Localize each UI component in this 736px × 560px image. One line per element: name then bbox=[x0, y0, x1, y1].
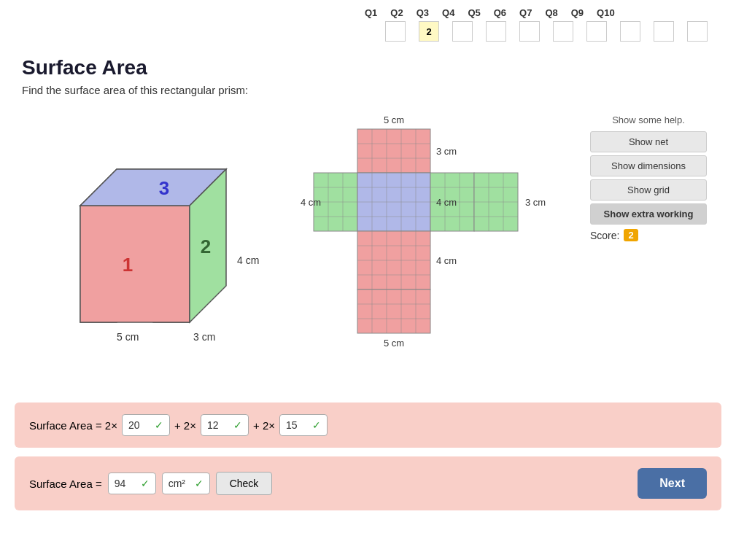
nav-q3[interactable]: Q3 bbox=[417, 7, 429, 18]
nav-q6[interactable]: Q6 bbox=[494, 7, 506, 18]
face-label-2: 2 bbox=[201, 236, 211, 257]
net-right-top-label: 3 cm bbox=[436, 146, 457, 157]
q10-box bbox=[687, 21, 708, 42]
q6-box bbox=[553, 21, 573, 42]
score-label: Score: bbox=[590, 230, 619, 241]
show-net-button[interactable]: Show net bbox=[590, 131, 707, 152]
nav-q1[interactable]: Q1 bbox=[365, 7, 377, 18]
q1-box bbox=[385, 21, 406, 42]
nav-q5[interactable]: Q5 bbox=[468, 7, 480, 18]
dim-height: 4 cm bbox=[237, 254, 259, 266]
score-line: Score: 2 bbox=[590, 229, 707, 241]
page-subtitle: Find the surface area of this rectangula… bbox=[22, 84, 714, 96]
nav-q10[interactable]: Q10 bbox=[597, 7, 615, 18]
net-left-label: 4 cm bbox=[301, 197, 321, 208]
formula2-unit: cm² bbox=[168, 478, 190, 489]
formula1-plus2: + 2× bbox=[253, 419, 275, 432]
nav-q9[interactable]: Q9 bbox=[571, 7, 584, 18]
main-content: 3 1 2 4 cm 5 cm 3 cm bbox=[0, 96, 736, 402]
formula2-inner: Surface Area = 94 ✓ cm² ✓ Check bbox=[29, 472, 632, 495]
check-button[interactable]: Check bbox=[216, 472, 273, 495]
show-dimensions-button[interactable]: Show dimensions bbox=[590, 155, 707, 176]
net-top-label: 5 cm bbox=[384, 114, 404, 125]
nav-bar: Q1 Q2 Q3 Q4 Q5 Q6 Q7 Q8 Q9 Q10 bbox=[0, 0, 736, 18]
formula2-val-box[interactable]: 94 ✓ bbox=[108, 472, 156, 494]
prism-svg: 3 1 2 4 cm 5 cm 3 cm bbox=[22, 118, 270, 381]
net-right-mid-label: 3 cm bbox=[525, 197, 546, 208]
formula-panel-2: Surface Area = 94 ✓ cm² ✓ Check Next bbox=[15, 456, 721, 510]
formula1-val2-box[interactable]: 12 ✓ bbox=[201, 414, 249, 436]
formula1-val1-box[interactable]: 20 ✓ bbox=[122, 414, 170, 436]
formula1-check2: ✓ bbox=[233, 419, 242, 431]
face-label-1: 1 bbox=[123, 254, 133, 276]
nav-q2[interactable]: Q2 bbox=[390, 7, 403, 18]
q8-box bbox=[620, 21, 640, 42]
nav-q8[interactable]: Q8 bbox=[545, 7, 557, 18]
formula1-plus1: + 2× bbox=[174, 419, 196, 432]
q5-box bbox=[519, 21, 540, 42]
net-bottom-label: 5 cm bbox=[384, 338, 404, 349]
show-extra-working-button[interactable]: Show extra working bbox=[590, 203, 707, 225]
help-title: Show some help. bbox=[590, 114, 707, 125]
score-badge: 2 bbox=[624, 229, 638, 241]
net-area: 5 cm 3 cm 3 cm 4 cm 4 cm 5 cm 4 cm Show … bbox=[299, 107, 714, 395]
formula-panel-1: Surface Area = 2× 20 ✓ + 2× 12 ✓ + 2× 15… bbox=[15, 402, 721, 448]
question-answers: 2 bbox=[371, 18, 736, 42]
svg-rect-5 bbox=[357, 129, 430, 173]
formula1-check1: ✓ bbox=[155, 419, 163, 431]
question-nav: Q1 Q2 Q3 Q4 Q5 Q6 Q7 Q8 Q9 Q10 bbox=[365, 7, 615, 18]
net-right-bot-label: 4 cm bbox=[436, 255, 457, 266]
nav-q4[interactable]: Q4 bbox=[442, 7, 454, 18]
formula2-check: ✓ bbox=[141, 478, 150, 489]
q4-box bbox=[486, 21, 506, 42]
show-grid-button[interactable]: Show grid bbox=[590, 179, 707, 201]
formula1-val3: 15 bbox=[286, 419, 308, 431]
q3-box bbox=[452, 21, 473, 42]
help-panel: Show some help. Show net Show dimensions… bbox=[590, 114, 707, 241]
formula2-unit-check: ✓ bbox=[195, 478, 204, 489]
next-button[interactable]: Next bbox=[638, 468, 707, 499]
nav-q7[interactable]: Q7 bbox=[519, 7, 532, 18]
formula2-text: Surface Area = bbox=[29, 478, 102, 490]
formula1-val3-box[interactable]: 15 ✓ bbox=[279, 414, 328, 436]
prism-area: 3 1 2 4 cm 5 cm 3 cm bbox=[22, 118, 299, 395]
face-label-3: 3 bbox=[159, 177, 169, 199]
q9-box bbox=[654, 21, 674, 42]
svg-rect-46 bbox=[357, 289, 430, 333]
formula1-val2: 12 bbox=[207, 419, 229, 431]
q7-box bbox=[586, 21, 607, 42]
formula1-text: Surface Area = 2× bbox=[29, 419, 117, 432]
page-title: Surface Area bbox=[22, 56, 714, 79]
dim-width: 5 cm bbox=[117, 331, 139, 343]
q2-box: 2 bbox=[419, 21, 439, 42]
dim-depth: 3 cm bbox=[193, 331, 215, 343]
formula1-val1: 20 bbox=[128, 419, 150, 431]
formula1-check3: ✓ bbox=[312, 419, 321, 431]
net-svg: 5 cm 3 cm 3 cm 4 cm 4 cm 5 cm 4 cm bbox=[299, 107, 576, 384]
net-right-4cm: 4 cm bbox=[436, 197, 457, 208]
formula2-val: 94 bbox=[115, 478, 136, 489]
svg-marker-2 bbox=[80, 206, 190, 322]
title-section: Surface Area Find the surface area of th… bbox=[0, 42, 736, 96]
bottom-panels: Surface Area = 2× 20 ✓ + 2× 12 ✓ + 2× 15… bbox=[0, 402, 736, 510]
formula2-unit-box[interactable]: cm² ✓ bbox=[162, 472, 210, 494]
